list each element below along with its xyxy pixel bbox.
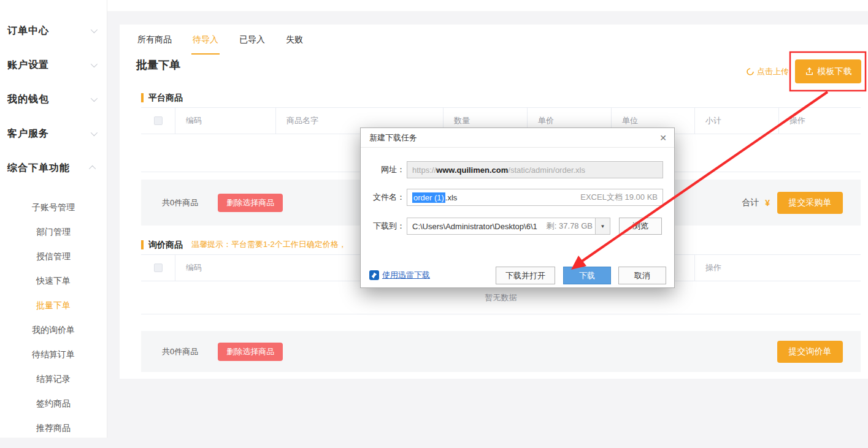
sidebar-group-label: 订单中心 bbox=[7, 25, 49, 37]
currency-symbol: ¥ bbox=[765, 198, 770, 208]
save-path-text: C:\Users\Administrator\Desktop\6\1 bbox=[412, 222, 537, 231]
tab-failed[interactable]: 失败 bbox=[285, 34, 304, 55]
chevron-down-icon bbox=[91, 61, 98, 67]
sidebar-group-label: 综合下单功能 bbox=[7, 162, 70, 175]
column-header-code: 编码 bbox=[175, 255, 362, 281]
thunder-download-link[interactable]: 使用迅雷下载 bbox=[369, 270, 430, 281]
cancel-button[interactable]: 取消 bbox=[618, 267, 666, 284]
sidebar-item-contracted-products[interactable]: 签约商品 bbox=[0, 391, 107, 416]
dialog-title: 新建下载任务 bbox=[369, 132, 417, 143]
sidebar: 订单中心 账户设置 我的钱包 客户服务 综合下单功能 子账号管理 部门管理 授信… bbox=[0, 0, 107, 438]
sidebar-group-combined-ordering[interactable]: 综合下单功能 bbox=[0, 151, 107, 185]
inquiry-section-title: 询价商品 bbox=[141, 240, 183, 249]
sidebar-item-batch-order[interactable]: 批量下单 bbox=[0, 293, 107, 317]
tab-pending-import[interactable]: 待导入 bbox=[191, 34, 220, 55]
platform-section-header: 平台商品 bbox=[141, 93, 183, 102]
thunder-link-label: 使用迅雷下载 bbox=[382, 270, 430, 281]
column-header-actions: 操作 bbox=[695, 255, 861, 281]
click-upload-link[interactable]: 点击上传 bbox=[746, 66, 789, 77]
refresh-circle-icon bbox=[746, 67, 755, 76]
filename-selected-text: order (1) bbox=[412, 192, 445, 203]
filename-extension: .xls bbox=[445, 193, 458, 202]
file-type-size-text: EXCEL文档 19.00 KB bbox=[580, 192, 658, 203]
sidebar-item-credit[interactable]: 授信管理 bbox=[0, 244, 107, 268]
sidebar-item-pending-settlement[interactable]: 待结算订单 bbox=[0, 342, 107, 366]
sidebar-group-label: 我的钱包 bbox=[7, 93, 49, 106]
sidebar-group-label: 客户服务 bbox=[7, 127, 49, 140]
download-and-open-button[interactable]: 下载并打开 bbox=[496, 267, 555, 284]
chevron-up-icon bbox=[89, 165, 96, 172]
url-domain: www.quilimen.com bbox=[436, 165, 508, 175]
close-icon[interactable]: ✕ bbox=[659, 133, 667, 143]
inquiry-footer-bar: 共0件商品 删除选择商品 提交询价单 bbox=[141, 331, 861, 372]
upload-link-label: 点击上传 bbox=[757, 66, 789, 77]
dialog-titlebar: 新建下载任务 ✕ bbox=[361, 128, 674, 148]
chevron-down-icon bbox=[91, 129, 98, 136]
download-dialog: 新建下载任务 ✕ 网址： https://www.quilimen.com/st… bbox=[360, 127, 675, 288]
dropdown-arrow-icon: ▼ bbox=[601, 224, 605, 229]
inquiry-count-text: 共0件商品 bbox=[162, 346, 198, 357]
tab-imported[interactable]: 已导入 bbox=[238, 34, 266, 55]
select-all-checkbox[interactable] bbox=[154, 264, 163, 272]
thunder-icon bbox=[369, 270, 379, 280]
page-title: 批量下单 bbox=[136, 58, 180, 72]
sidebar-item-sub-accounts[interactable]: 子账号管理 bbox=[0, 195, 107, 219]
free-space-text: 剩: 37.78 GB bbox=[542, 221, 593, 232]
sidebar-group-order-center[interactable]: 订单中心 bbox=[0, 13, 107, 48]
page: 订单中心 账户设置 我的钱包 客户服务 综合下单功能 子账号管理 部门管理 授信… bbox=[0, 0, 868, 448]
column-header-actions: 操作 bbox=[779, 108, 861, 134]
column-header-subtotal: 小计 bbox=[695, 108, 779, 134]
tab-all-products[interactable]: 所有商品 bbox=[136, 34, 173, 55]
browse-button[interactable]: 浏览 bbox=[619, 218, 662, 235]
delete-selected-button[interactable]: 删除选择商品 bbox=[218, 343, 283, 361]
url-field[interactable]: https://www.quilimen.com/static/admin/or… bbox=[407, 161, 663, 178]
template-download-label: 模板下载 bbox=[818, 66, 852, 77]
download-button[interactable]: 下载 bbox=[563, 267, 611, 284]
submit-purchase-order-button[interactable]: 提交采购单 bbox=[777, 192, 843, 214]
sidebar-group-label: 账户设置 bbox=[7, 59, 49, 72]
inquiry-section-header: 询价商品 温馨提示：平台需要1-2个工作日确定价格， bbox=[141, 239, 347, 250]
chevron-down-icon bbox=[91, 95, 98, 102]
sidebar-item-departments[interactable]: 部门管理 bbox=[0, 219, 107, 244]
top-strip bbox=[0, 0, 868, 11]
tab-bar: 所有商品 待导入 已导入 失败 bbox=[136, 34, 304, 55]
path-dropdown-button[interactable]: ▼ bbox=[596, 218, 610, 235]
chevron-down-icon bbox=[91, 26, 98, 33]
column-header-code: 编码 bbox=[175, 108, 276, 134]
total-label: 合计 bbox=[742, 197, 759, 208]
header-checkbox-cell bbox=[141, 108, 175, 134]
sidebar-item-recommended-products[interactable]: 推荐商品 bbox=[0, 416, 107, 440]
save-path-field[interactable]: C:\Users\Administrator\Desktop\6\1 剩: 37… bbox=[407, 218, 596, 235]
platform-count-text: 共0件商品 bbox=[162, 197, 198, 208]
sidebar-sub-list: 子账号管理 部门管理 授信管理 快速下单 批量下单 我的询价单 待结算订单 结算… bbox=[0, 195, 107, 440]
save-to-label: 下载到： bbox=[369, 218, 405, 235]
template-download-button[interactable]: 模板下载 bbox=[795, 59, 861, 83]
sidebar-item-settlement-records[interactable]: 结算记录 bbox=[0, 366, 107, 391]
sidebar-item-my-inquiries[interactable]: 我的询价单 bbox=[0, 317, 107, 342]
submit-inquiry-button[interactable]: 提交询价单 bbox=[777, 341, 843, 363]
empty-data-text: 暂无数据 bbox=[485, 292, 517, 303]
dialog-footer: 使用迅雷下载 下载并打开 下载 取消 bbox=[361, 267, 674, 284]
filename-field[interactable]: order (1).xls EXCEL文档 19.00 KB bbox=[407, 189, 663, 206]
platform-section-title: 平台商品 bbox=[141, 93, 183, 102]
select-all-checkbox[interactable] bbox=[154, 116, 163, 125]
sidebar-item-quick-order[interactable]: 快速下单 bbox=[0, 268, 107, 293]
sidebar-group-account-settings[interactable]: 账户设置 bbox=[0, 48, 107, 82]
url-path: /static/admin/order.xls bbox=[508, 165, 585, 175]
header-checkbox-cell bbox=[141, 255, 175, 281]
url-prefix: https:// bbox=[412, 165, 436, 175]
url-label: 网址： bbox=[369, 161, 405, 178]
upload-icon bbox=[805, 67, 814, 76]
inquiry-notice-text: 温馨提示：平台需要1-2个工作日确定价格， bbox=[191, 239, 347, 250]
sidebar-group-my-wallet[interactable]: 我的钱包 bbox=[0, 82, 107, 116]
sidebar-group-customer-service[interactable]: 客户服务 bbox=[0, 116, 107, 151]
filename-label: 文件名： bbox=[369, 189, 405, 206]
delete-selected-button[interactable]: 删除选择商品 bbox=[218, 194, 283, 212]
